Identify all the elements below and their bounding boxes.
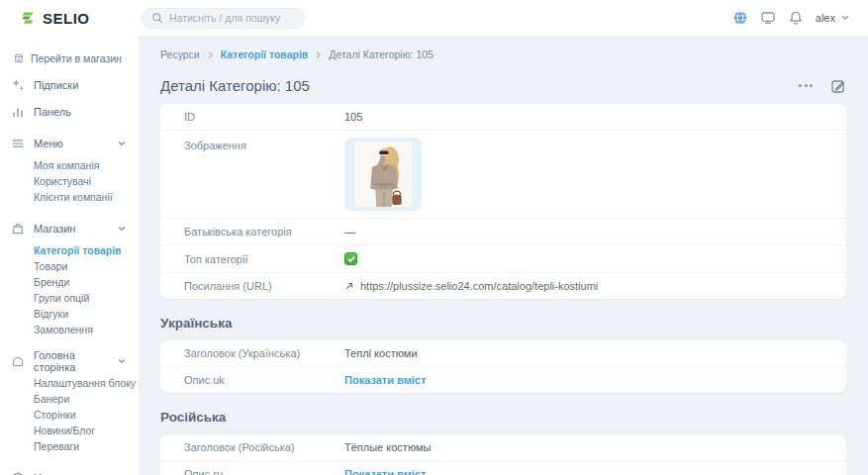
sidebar-item-option-groups[interactable]: Групи опцій [0,290,139,306]
edit-icon[interactable] [830,78,846,94]
sidebar-item-goto-store[interactable]: Перейти в магазин [0,46,139,71]
global-search[interactable] [142,8,305,29]
bar-chart-icon [11,105,25,119]
section-title-russian: Російська [160,410,846,425]
sidebar-item-block-settings[interactable]: Налаштування блоку [0,375,139,391]
home-page-icon [11,354,25,368]
ukrainian-card: Заголовок (Українська) Теплі костюми Опи… [160,340,846,393]
sidebar-item-label: Магазин [34,223,108,235]
sidebar-item-brands[interactable]: Бренди [0,274,139,290]
more-actions-button[interactable] [797,80,815,91]
field-label: Зображення [184,138,344,151]
sidebar-item-home-page[interactable]: Головна сторінка [0,347,139,374]
show-content-link-ru[interactable]: Показати вміст [344,468,426,475]
search-input[interactable] [169,12,295,24]
page-actions [797,78,846,94]
category-url-link[interactable]: https://plussize.selio24.com/catalog/tep… [344,280,598,292]
sidebar-item-users[interactable]: Користувачі [0,173,139,189]
field-label: Батьківська категорія [184,226,344,238]
category-image [354,142,412,207]
sidebar-item-dashboard[interactable]: Панель [0,98,139,125]
sidebar-item-label: Налаштування [34,472,109,475]
sidebar-item-news-blog[interactable]: Новини/Блог [0,423,139,438]
detail-row-description-ru: Опис ru Показати вміст [160,461,846,475]
sidebar-item-label: Перейти в магазин [31,52,122,64]
language-globe-icon[interactable] [732,10,748,26]
sidebar-item-my-company[interactable]: Моя компанія [0,157,139,173]
sidebar-item-product-categories[interactable]: Категорії товарів [0,242,139,258]
notifications-bell-icon[interactable] [788,10,804,26]
sidebar-item-products[interactable]: Товари [0,258,139,274]
breadcrumb-item-current: Деталі Категорію: 105 [329,48,434,60]
app-window: SELIO [0,0,868,475]
field-value: — [344,226,355,238]
storefront-icon [13,52,25,64]
user-menu[interactable]: alex [816,12,850,24]
field-value: 105 [344,111,362,123]
menu-lines-icon [11,137,25,150]
sidebar-item-benefits[interactable]: Переваги [0,438,139,454]
sidebar-item-menu[interactable]: Меню [0,130,139,156]
field-label: Посилання (URL) [184,280,344,292]
sidebar-item-subscriptions[interactable]: Підписки [0,71,139,98]
field-label: Топ категорії [184,253,344,265]
detail-row-title-uk: Заголовок (Українська) Теплі костюми [160,340,846,367]
chevron-down-icon [840,13,850,23]
detail-row-id: ID 105 [160,104,846,131]
breadcrumb-item-categories[interactable]: Категорії товарів [221,48,309,60]
show-content-link-uk[interactable]: Показати вміст [344,374,426,386]
field-label: Опис uk [184,374,344,386]
russian-card: Заголовок (Російська) Тёплые костюмы Опи… [160,434,846,475]
top-bar: SELIO [0,0,868,36]
field-label: Опис ru [184,468,344,475]
chevron-down-icon [117,139,127,148]
sidebar-item-label: Панель [34,106,127,118]
sidebar-item-pages[interactable]: Сторінки [0,407,139,423]
sidebar-submenu-menu: Моя компанія Користувачі Клієнти компані… [0,156,139,210]
breadcrumb-item-resources[interactable]: Ресурси [160,48,200,60]
detail-row-description-uk: Опис uk Показати вміст [160,367,846,393]
sidebar-item-settings[interactable]: Налаштування [0,464,139,475]
sidebar-submenu-store: Категорії товарів Товари Бренди Групи оп… [0,241,139,342]
sidebar-item-label: Підписки [34,79,127,91]
sidebar-item-label: Головна сторінка [34,349,108,373]
sidebar-item-company-clients[interactable]: Клієнти компанії [0,189,139,205]
sidebar-item-reviews[interactable]: Відгуки [0,306,139,322]
sidebar-item-label: Меню [34,138,108,149]
sparkles-icon [11,78,25,92]
category-url-text: https://plussize.selio24.com/catalog/tep… [360,280,598,292]
chevron-down-icon [117,224,127,234]
brand-logo[interactable]: SELIO [0,10,139,27]
page-header: Деталі Категорію: 105 [160,77,846,94]
shopping-bag-icon [11,222,25,236]
gear-icon [11,471,25,475]
detail-row-title-ru: Заголовок (Російська) Тёплые костюмы [160,434,846,461]
search-icon [151,12,163,24]
detail-row-top-category: Топ категорії [160,245,846,273]
field-label: Заголовок (Російська) [184,441,344,453]
sidebar-item-store[interactable]: Магазин [0,215,139,241]
chevron-down-icon [117,356,127,366]
user-name: alex [816,12,835,24]
main-content: Ресурси Категорії товарів Деталі Категор… [139,36,868,475]
field-label: Заголовок (Українська) [184,347,344,359]
external-link-icon [344,281,354,291]
category-image-thumbnail[interactable] [344,138,422,211]
brand-name: SELIO [43,10,90,27]
sidebar-item-banners[interactable]: Банери [0,391,139,407]
app-body: Перейти в магазин Підписки Панель [0,36,868,475]
sidebar-item-orders[interactable]: Замовлення [0,322,139,337]
sidebar: Перейти в магазин Підписки Панель [0,36,139,475]
detail-row-url: Посилання (URL) https://plussize.selio24… [160,273,846,299]
chevron-right-icon [206,50,215,59]
section-title-ukrainian: Українська [160,316,846,331]
top-category-checkbox[interactable] [344,252,357,265]
field-label: ID [184,111,344,123]
detail-row-parent-category: Батьківська категорія — [160,219,846,245]
sidebar-submenu-home: Налаштування блоку Банери Сторінки Новин… [0,374,139,459]
breadcrumb: Ресурси Категорії товарів Деталі Категор… [160,48,846,60]
chevron-right-icon [314,50,323,59]
field-value: Тёплые костюмы [344,441,431,453]
details-card: ID 105 Зображення [160,104,846,299]
display-icon[interactable] [760,10,776,26]
